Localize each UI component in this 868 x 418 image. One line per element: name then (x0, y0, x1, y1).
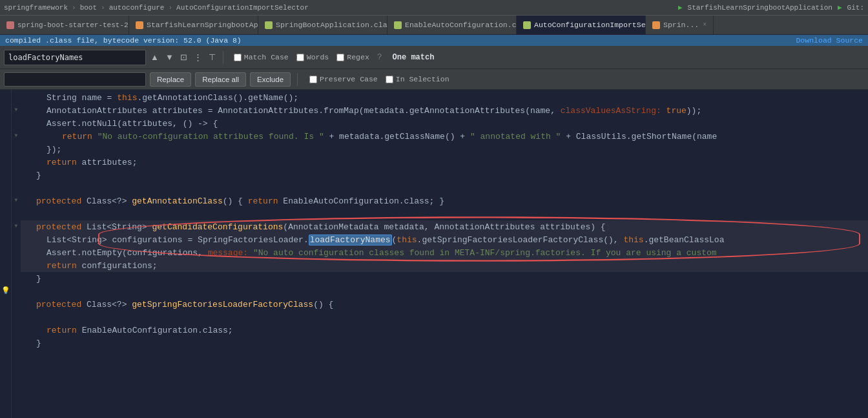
code-line-19: return EnableAutoConfiguration.class; (21, 324, 868, 337)
tab-spring[interactable]: Sprin... × (646, 16, 714, 34)
filter-button[interactable]: ⊤ (207, 50, 218, 65)
gutter-icon-7 (0, 167, 11, 180)
fold-1 (12, 90, 21, 103)
tab-bar: spring-boot-starter-test-2.2.2.RELEASE.p… (0, 16, 868, 35)
exclude-button[interactable]: Exclude (250, 72, 291, 87)
fold-12 (12, 232, 21, 245)
gutter-icon-1 (0, 90, 11, 103)
tab-springboot-class[interactable]: SpringBootApplication.class × (258, 16, 388, 34)
code-line-15: } (21, 272, 868, 285)
gutter-icon-2 (0, 103, 11, 116)
breadcrumb-springframework[interactable]: springframework (4, 4, 68, 12)
words-label: Words (307, 53, 329, 61)
gutter-icon-11 (0, 219, 11, 232)
find-options-button[interactable]: ⋮ (192, 50, 204, 65)
code-line-1: String name = this.getAnnotationClass().… (21, 91, 868, 104)
gutter-icon-4 (0, 129, 11, 141)
tab-pom[interactable]: spring-boot-starter-test-2.2.2.RELEASE.p… (0, 16, 129, 34)
tab-spring-close[interactable]: × (703, 21, 707, 28)
tab-spring-label: Sprin... (663, 21, 699, 29)
gutter-icon-3 (0, 116, 11, 129)
enableauto-icon (394, 21, 402, 29)
preserve-case-option[interactable]: Preserve Case (309, 75, 378, 83)
replace-input[interactable] (8, 75, 125, 84)
code-line-4: return "No auto-configuration attributes… (21, 130, 868, 143)
in-selection-option[interactable]: In Selection (386, 75, 450, 83)
code-line-16 (21, 285, 868, 298)
tab-enableauto-label: EnableAutoConfiguration.class (405, 21, 534, 29)
build-icon: ▶ (838, 3, 842, 12)
replace-separator (297, 73, 298, 86)
fold-4[interactable]: ▼ (12, 129, 21, 141)
search-input[interactable] (8, 53, 125, 62)
breadcrumb-autoconfigure[interactable]: autoconfigure (109, 4, 165, 12)
gutter-icon-9 (0, 193, 11, 206)
tab-enableauto-class[interactable]: EnableAutoConfiguration.class × (388, 16, 517, 34)
breadcrumb: springframework › boot › autoconfigure ›… (4, 4, 309, 12)
pom-icon (6, 21, 14, 29)
regex-label: Regex (347, 53, 369, 61)
fold-gutter: ▼ ▼ ▼ ▼ (12, 90, 21, 418)
gutter-icon-12 (0, 232, 11, 245)
code-line-6: return attributes; (21, 156, 868, 169)
code-content: 💡 ▼ ▼ ▼ ▼ String name = this.g (0, 90, 868, 418)
next-match-button[interactable]: ▼ (163, 50, 176, 65)
code-line-11: protected List<String> getCandidateConfi… (21, 220, 868, 233)
code-line-14: return configurations; (21, 259, 868, 272)
breadcrumb-boot[interactable]: boot (80, 4, 97, 12)
tab-springboot-label: SpringBootApplication.class (276, 21, 396, 29)
match-case-checkbox[interactable] (234, 54, 242, 61)
code-line-12: List<String> configurations = SpringFact… (21, 233, 868, 246)
run-icon: ▶ (678, 3, 683, 12)
regex-option[interactable]: Regex (336, 53, 369, 61)
code-line-3: Assert.notNull(attributes, () -> { (21, 117, 868, 130)
info-text: compiled .class file, bytecode version: … (5, 36, 242, 45)
replace-all-button[interactable]: Replace all (195, 72, 246, 87)
code-area: 💡 ▼ ▼ ▼ ▼ String name = this.g (0, 90, 868, 418)
search-input-wrap (4, 50, 146, 65)
gutter-icon-14 (0, 258, 11, 271)
fold-13 (12, 245, 21, 258)
fold-11[interactable]: ▼ (12, 219, 21, 232)
code-line-18 (21, 311, 868, 324)
fold-2[interactable]: ▼ (12, 103, 21, 116)
fold-10 (12, 206, 21, 219)
code-line-17: protected Class<?> getSpringFactoriesLoa… (21, 298, 868, 311)
code-line-2: AnnotationAttributes attributes = Annota… (21, 104, 868, 117)
tab-main-java[interactable]: StarfishLearnSpringbootApplication.java … (129, 16, 258, 34)
replace-input-wrap (4, 72, 146, 87)
prev-match-button[interactable]: ▲ (149, 50, 161, 65)
download-source[interactable]: Download Source (796, 36, 863, 45)
git-label: Git: (847, 4, 864, 12)
spring-icon (652, 21, 660, 29)
app-name: StarfishLearnSpringbootApplication (688, 4, 832, 12)
code-line-9: protected Class<?> getAnnotationClass() … (21, 194, 868, 207)
preserve-case-label: Preserve Case (320, 75, 378, 83)
lightbulb-icon[interactable]: 💡 (1, 286, 10, 295)
match-case-label: Match Case (244, 53, 289, 61)
fold-5 (12, 141, 21, 154)
code-line-5: }); (21, 143, 868, 156)
java-icon (136, 21, 143, 29)
regex-checkbox[interactable] (336, 54, 344, 61)
replace-options: Preserve Case In Selection (309, 75, 450, 83)
selector-icon (523, 21, 531, 29)
words-checkbox[interactable] (296, 54, 304, 61)
code-line-10 (21, 207, 868, 220)
gutter-icon-15 (0, 271, 11, 284)
fold-9[interactable]: ▼ (12, 193, 21, 206)
find-word-button[interactable]: ⊡ (178, 50, 189, 65)
preserve-case-checkbox[interactable] (309, 76, 317, 83)
match-case-option[interactable]: Match Case (234, 53, 289, 61)
top-bar: springframework › boot › autoconfigure ›… (0, 0, 868, 16)
gutter-icon-10 (0, 206, 11, 219)
in-selection-checkbox[interactable] (386, 76, 393, 83)
code-line-8 (21, 182, 868, 194)
fold-7 (12, 167, 21, 180)
words-option[interactable]: Words (296, 53, 329, 61)
info-bar: compiled .class file, bytecode version: … (0, 35, 868, 46)
gutter-icon-8 (0, 180, 11, 193)
tab-selector-class[interactable]: AutoConfigurationImportSelector.class × (517, 16, 646, 34)
replace-button[interactable]: Replace (150, 72, 191, 87)
breadcrumb-class: AutoConfigurationImportSelector (176, 4, 309, 12)
